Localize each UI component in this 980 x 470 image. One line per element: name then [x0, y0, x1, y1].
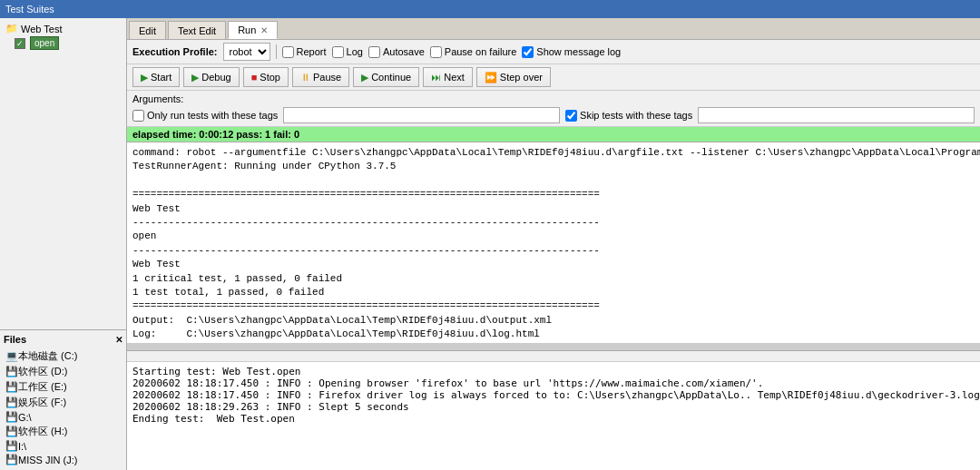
file-label-6: I:\: [18, 441, 26, 452]
skip-input[interactable]: [698, 107, 975, 123]
show-message-log-checkbox[interactable]: [522, 46, 534, 58]
title-text: Test Suites: [5, 4, 54, 15]
file-item-2[interactable]: 💾 工作区 (E:): [4, 379, 122, 395]
pause-button[interactable]: ⏸ Pause: [292, 67, 349, 87]
output-top[interactable]: command: robot --argumentfile C:\Users\z…: [127, 142, 980, 350]
start-label: Start: [151, 72, 172, 83]
log-label: Log: [347, 46, 363, 57]
tree-item-open[interactable]: open: [4, 35, 122, 51]
tree-checkbox-open[interactable]: [15, 38, 25, 49]
execution-profile-label: Execution Profile:: [132, 46, 218, 57]
file-item-3[interactable]: 💾 娱乐区 (F:): [4, 395, 122, 410]
start-icon: ▶: [141, 72, 148, 83]
autosave-checkbox-wrapper: Autosave: [368, 46, 425, 58]
output-top-text: command: robot --argumentfile C:\Users\z…: [132, 146, 975, 350]
next-label: Next: [444, 72, 465, 83]
file-label-7: MISS JIN (J:): [18, 455, 77, 465]
file-label-0: 本地磁盘 (C:): [18, 349, 77, 363]
status-bar: elapsed time: 0:00:12 pass: 1 fail: 0: [127, 127, 980, 142]
only-run-input[interactable]: [283, 107, 560, 123]
file-label-3: 娱乐区 (F:): [18, 396, 66, 409]
file-label-2: 工作区 (E:): [18, 380, 67, 394]
report-label: Report: [297, 46, 327, 57]
step-over-label: Step over: [500, 72, 543, 83]
file-item-5[interactable]: 💾 软件区 (H:): [4, 424, 122, 439]
stop-label: Stop: [260, 72, 280, 83]
file-icon-4: 💾: [5, 411, 18, 423]
arguments-section: Arguments: Only run tests with these tag…: [127, 91, 980, 127]
autosave-label: Autosave: [383, 46, 425, 57]
report-checkbox[interactable]: [282, 46, 294, 58]
tab-bar: Edit Text Edit Run ✕: [127, 18, 980, 40]
pause-label: Pause: [313, 72, 341, 83]
horizontal-scrollbar[interactable]: [127, 350, 980, 361]
left-panel: 📁 Web Test open Files ✕ 💻 本地磁盘 (C:) 💾 软件…: [0, 18, 127, 470]
files-section: Files ✕ 💻 本地磁盘 (C:) 💾 软件区 (D:) 💾 工作区 (E:…: [0, 329, 126, 470]
pause-on-failure-wrapper: Pause on failure: [430, 46, 517, 58]
files-title: Files: [4, 334, 26, 345]
arguments-label: Arguments:: [132, 93, 183, 104]
file-icon-1: 💾: [5, 366, 18, 377]
debug-button[interactable]: ▶ Debug: [183, 67, 239, 87]
skip-wrapper: Skip tests with these tags: [565, 110, 692, 122]
step-over-icon: ⏩: [485, 72, 497, 83]
log-checkbox[interactable]: [332, 46, 344, 58]
pause-icon: ⏸: [300, 72, 310, 83]
output-area: command: robot --argumentfile C:\Users\z…: [127, 142, 980, 470]
tab-textedit-label: Text Edit: [178, 25, 216, 36]
output-bottom-text: Starting test: Web Test.open 20200602 18…: [132, 366, 975, 425]
tree-webtest-label: Web Test: [21, 24, 62, 34]
show-message-log-label: Show message log: [536, 46, 621, 57]
files-close-button[interactable]: ✕: [115, 335, 122, 345]
tab-run-close[interactable]: ✕: [260, 25, 268, 35]
next-button[interactable]: ⏭ Next: [423, 67, 473, 87]
show-message-log-wrapper: Show message log: [522, 46, 621, 58]
stop-icon: ■: [251, 72, 258, 83]
tab-edit[interactable]: Edit: [129, 21, 166, 39]
start-button[interactable]: ▶ Start: [132, 67, 180, 87]
file-icon-5: 💾: [5, 426, 18, 437]
file-item-0[interactable]: 💻 本地磁盘 (C:): [4, 348, 122, 364]
file-item-6[interactable]: 💾 I:\: [4, 439, 122, 453]
tab-textedit[interactable]: Text Edit: [168, 21, 226, 39]
continue-icon: ▶: [361, 72, 368, 83]
file-icon-6: 💾: [5, 440, 18, 452]
right-panel: Edit Text Edit Run ✕ Execution Profile: …: [127, 18, 980, 470]
skip-checkbox[interactable]: [565, 110, 577, 122]
next-icon: ⏭: [431, 72, 441, 83]
autosave-checkbox[interactable]: [368, 46, 380, 58]
file-item-4[interactable]: 💾 G:\: [4, 410, 122, 424]
file-icon-7: 💾: [5, 454, 18, 465]
only-run-checkbox[interactable]: [132, 110, 144, 122]
execution-toolbar: Execution Profile: robot Report Log Auto…: [127, 40, 980, 64]
args-row: Only run tests with these tags Skip test…: [132, 107, 975, 123]
execution-profile-select[interactable]: robot: [223, 43, 270, 61]
output-bottom[interactable]: Starting test: Web Test.open 20200602 18…: [127, 361, 980, 470]
report-checkbox-wrapper: Report: [282, 46, 327, 58]
title-bar: Test Suites: [0, 0, 980, 18]
tab-run[interactable]: Run ✕: [228, 21, 278, 39]
stop-button[interactable]: ■ Stop: [243, 67, 289, 87]
run-buttons-row: ▶ Start ▶ Debug ■ Stop ⏸ Pause ▶ Continu…: [127, 64, 980, 91]
file-label-5: 软件区 (H:): [18, 425, 67, 438]
continue-button[interactable]: ▶ Continue: [353, 67, 419, 87]
files-title-bar: Files ✕: [4, 334, 122, 345]
status-text: elapsed time: 0:00:12 pass: 1 fail: 0: [132, 129, 299, 140]
pause-on-failure-checkbox[interactable]: [430, 46, 442, 58]
file-icon-2: 💾: [5, 381, 18, 393]
continue-label: Continue: [371, 72, 411, 83]
step-over-button[interactable]: ⏩ Step over: [476, 67, 551, 87]
file-icon-3: 💾: [5, 397, 18, 408]
debug-icon: ▶: [191, 72, 199, 83]
tree-section: 📁 Web Test open: [0, 18, 126, 329]
open-button[interactable]: open: [30, 36, 59, 50]
file-item-1[interactable]: 💾 软件区 (D:): [4, 364, 122, 379]
file-label-1: 软件区 (D:): [18, 365, 67, 378]
log-checkbox-wrapper: Log: [332, 46, 363, 58]
pause-on-failure-label: Pause on failure: [445, 46, 517, 57]
only-run-label: Only run tests with these tags: [147, 110, 278, 121]
tab-run-label: Run: [238, 24, 256, 35]
file-item-7[interactable]: 💾 MISS JIN (J:): [4, 453, 122, 466]
file-label-4: G:\: [18, 412, 32, 423]
tree-item-webtest[interactable]: 📁 Web Test: [4, 22, 122, 35]
